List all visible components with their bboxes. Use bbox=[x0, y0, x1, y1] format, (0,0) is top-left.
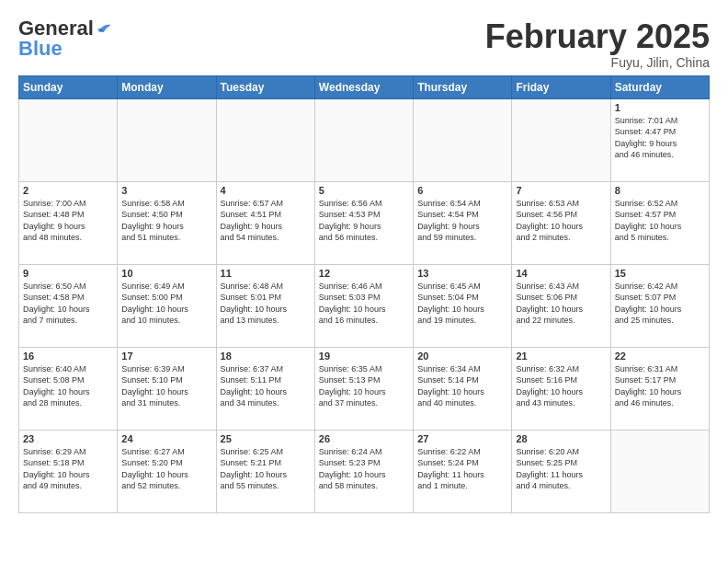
weekday-header-friday: Friday bbox=[512, 75, 610, 98]
day-cell: 21Sunrise: 6:32 AM Sunset: 5:16 PM Dayli… bbox=[512, 347, 610, 430]
day-number: 3 bbox=[121, 185, 211, 196]
day-number: 14 bbox=[516, 268, 606, 279]
day-cell: 26Sunrise: 6:24 AM Sunset: 5:23 PM Dayli… bbox=[314, 430, 413, 512]
day-info: Sunrise: 6:40 AM Sunset: 5:08 PM Dayligh… bbox=[23, 363, 113, 409]
day-info: Sunrise: 6:20 AM Sunset: 5:25 PM Dayligh… bbox=[516, 446, 606, 492]
day-cell: 9Sunrise: 6:50 AM Sunset: 4:58 PM Daylig… bbox=[19, 264, 118, 347]
day-info: Sunrise: 6:34 AM Sunset: 5:14 PM Dayligh… bbox=[417, 363, 507, 409]
day-cell bbox=[118, 98, 216, 181]
day-number: 13 bbox=[417, 268, 507, 279]
day-number: 4 bbox=[221, 185, 311, 196]
day-cell: 6Sunrise: 6:54 AM Sunset: 4:54 PM Daylig… bbox=[414, 181, 512, 264]
day-number: 8 bbox=[615, 185, 705, 196]
day-cell: 18Sunrise: 6:37 AM Sunset: 5:11 PM Dayli… bbox=[216, 347, 314, 430]
logo: General Blue bbox=[18, 18, 112, 59]
day-cell: 25Sunrise: 6:25 AM Sunset: 5:21 PM Dayli… bbox=[216, 430, 314, 512]
day-info: Sunrise: 6:48 AM Sunset: 5:01 PM Dayligh… bbox=[221, 281, 311, 327]
day-info: Sunrise: 6:43 AM Sunset: 5:06 PM Dayligh… bbox=[516, 281, 606, 327]
day-number: 7 bbox=[516, 185, 606, 196]
logo-bird-icon bbox=[96, 22, 112, 35]
day-number: 15 bbox=[615, 268, 705, 279]
day-info: Sunrise: 6:49 AM Sunset: 5:00 PM Dayligh… bbox=[121, 281, 211, 327]
day-number: 24 bbox=[121, 433, 211, 444]
day-number: 16 bbox=[23, 350, 113, 362]
day-number: 5 bbox=[319, 185, 409, 196]
day-cell: 16Sunrise: 6:40 AM Sunset: 5:08 PM Dayli… bbox=[19, 347, 118, 430]
month-title: February 2025 bbox=[485, 18, 710, 55]
day-number: 10 bbox=[121, 268, 211, 279]
logo-text: General bbox=[18, 18, 94, 39]
day-info: Sunrise: 6:56 AM Sunset: 4:53 PM Dayligh… bbox=[319, 198, 409, 244]
day-number: 22 bbox=[615, 350, 705, 362]
day-number: 6 bbox=[417, 185, 507, 196]
title-block: February 2025 Fuyu, Jilin, China bbox=[485, 18, 710, 70]
day-info: Sunrise: 6:39 AM Sunset: 5:10 PM Dayligh… bbox=[121, 363, 211, 409]
day-info: Sunrise: 6:53 AM Sunset: 4:56 PM Dayligh… bbox=[516, 198, 606, 244]
day-info: Sunrise: 6:32 AM Sunset: 5:16 PM Dayligh… bbox=[516, 363, 606, 409]
day-number: 11 bbox=[221, 268, 311, 279]
week-row-3: 9Sunrise: 6:50 AM Sunset: 4:58 PM Daylig… bbox=[19, 264, 710, 347]
day-info: Sunrise: 6:27 AM Sunset: 5:20 PM Dayligh… bbox=[121, 446, 211, 492]
day-cell: 17Sunrise: 6:39 AM Sunset: 5:10 PM Dayli… bbox=[118, 347, 216, 430]
day-cell: 8Sunrise: 6:52 AM Sunset: 4:57 PM Daylig… bbox=[610, 181, 709, 264]
day-cell: 24Sunrise: 6:27 AM Sunset: 5:20 PM Dayli… bbox=[118, 430, 216, 512]
weekday-header-monday: Monday bbox=[118, 75, 216, 98]
day-number: 18 bbox=[221, 350, 311, 362]
week-row-2: 2Sunrise: 7:00 AM Sunset: 4:48 PM Daylig… bbox=[19, 181, 710, 264]
day-number: 2 bbox=[23, 185, 113, 196]
day-cell: 12Sunrise: 6:46 AM Sunset: 5:03 PM Dayli… bbox=[314, 264, 413, 347]
day-cell: 15Sunrise: 6:42 AM Sunset: 5:07 PM Dayli… bbox=[610, 264, 709, 347]
day-number: 27 bbox=[417, 433, 507, 444]
day-cell: 7Sunrise: 6:53 AM Sunset: 4:56 PM Daylig… bbox=[512, 181, 610, 264]
day-number: 17 bbox=[121, 350, 211, 362]
week-row-4: 16Sunrise: 6:40 AM Sunset: 5:08 PM Dayli… bbox=[19, 347, 710, 430]
day-number: 25 bbox=[221, 433, 311, 444]
week-row-1: 1Sunrise: 7:01 AM Sunset: 4:47 PM Daylig… bbox=[19, 98, 710, 181]
day-info: Sunrise: 6:58 AM Sunset: 4:50 PM Dayligh… bbox=[121, 198, 211, 244]
day-info: Sunrise: 6:24 AM Sunset: 5:23 PM Dayligh… bbox=[319, 446, 409, 492]
day-cell: 27Sunrise: 6:22 AM Sunset: 5:24 PM Dayli… bbox=[414, 430, 512, 512]
day-cell bbox=[19, 98, 118, 181]
weekday-header-sunday: Sunday bbox=[19, 75, 118, 98]
day-cell bbox=[610, 430, 709, 512]
day-info: Sunrise: 6:50 AM Sunset: 4:58 PM Dayligh… bbox=[23, 281, 113, 327]
day-cell: 22Sunrise: 6:31 AM Sunset: 5:17 PM Dayli… bbox=[610, 347, 709, 430]
day-info: Sunrise: 7:00 AM Sunset: 4:48 PM Dayligh… bbox=[23, 198, 113, 244]
day-cell: 13Sunrise: 6:45 AM Sunset: 5:04 PM Dayli… bbox=[414, 264, 512, 347]
logo-blue: Blue bbox=[18, 39, 63, 59]
day-cell bbox=[512, 98, 610, 181]
day-info: Sunrise: 6:52 AM Sunset: 4:57 PM Dayligh… bbox=[615, 198, 705, 244]
day-info: Sunrise: 7:01 AM Sunset: 4:47 PM Dayligh… bbox=[615, 115, 705, 161]
day-number: 28 bbox=[516, 433, 606, 444]
weekday-header-tuesday: Tuesday bbox=[216, 75, 314, 98]
day-info: Sunrise: 6:31 AM Sunset: 5:17 PM Dayligh… bbox=[615, 363, 705, 409]
page-header: General Blue February 2025 Fuyu, Jilin, … bbox=[18, 18, 710, 70]
day-cell bbox=[216, 98, 314, 181]
day-cell: 28Sunrise: 6:20 AM Sunset: 5:25 PM Dayli… bbox=[512, 430, 610, 512]
day-cell: 5Sunrise: 6:56 AM Sunset: 4:53 PM Daylig… bbox=[314, 181, 413, 264]
day-info: Sunrise: 6:29 AM Sunset: 5:18 PM Dayligh… bbox=[23, 446, 113, 492]
day-number: 20 bbox=[417, 350, 507, 362]
day-cell bbox=[414, 98, 512, 181]
day-info: Sunrise: 6:22 AM Sunset: 5:24 PM Dayligh… bbox=[417, 446, 507, 492]
day-info: Sunrise: 6:25 AM Sunset: 5:21 PM Dayligh… bbox=[221, 446, 311, 492]
day-number: 1 bbox=[615, 102, 705, 113]
day-cell: 11Sunrise: 6:48 AM Sunset: 5:01 PM Dayli… bbox=[216, 264, 314, 347]
day-number: 19 bbox=[319, 350, 409, 362]
day-cell: 19Sunrise: 6:35 AM Sunset: 5:13 PM Dayli… bbox=[314, 347, 413, 430]
weekday-header-row: SundayMondayTuesdayWednesdayThursdayFrid… bbox=[19, 75, 710, 98]
day-number: 9 bbox=[23, 268, 113, 279]
day-info: Sunrise: 6:45 AM Sunset: 5:04 PM Dayligh… bbox=[417, 281, 507, 327]
day-cell: 3Sunrise: 6:58 AM Sunset: 4:50 PM Daylig… bbox=[118, 181, 216, 264]
weekday-header-saturday: Saturday bbox=[610, 75, 709, 98]
day-cell: 2Sunrise: 7:00 AM Sunset: 4:48 PM Daylig… bbox=[19, 181, 118, 264]
weekday-header-wednesday: Wednesday bbox=[314, 75, 413, 98]
day-cell: 10Sunrise: 6:49 AM Sunset: 5:00 PM Dayli… bbox=[118, 264, 216, 347]
day-info: Sunrise: 6:54 AM Sunset: 4:54 PM Dayligh… bbox=[417, 198, 507, 244]
day-number: 12 bbox=[319, 268, 409, 279]
weekday-header-thursday: Thursday bbox=[414, 75, 512, 98]
day-info: Sunrise: 6:57 AM Sunset: 4:51 PM Dayligh… bbox=[221, 198, 311, 244]
day-number: 23 bbox=[23, 433, 113, 444]
day-cell: 4Sunrise: 6:57 AM Sunset: 4:51 PM Daylig… bbox=[216, 181, 314, 264]
location: Fuyu, Jilin, China bbox=[485, 55, 710, 70]
